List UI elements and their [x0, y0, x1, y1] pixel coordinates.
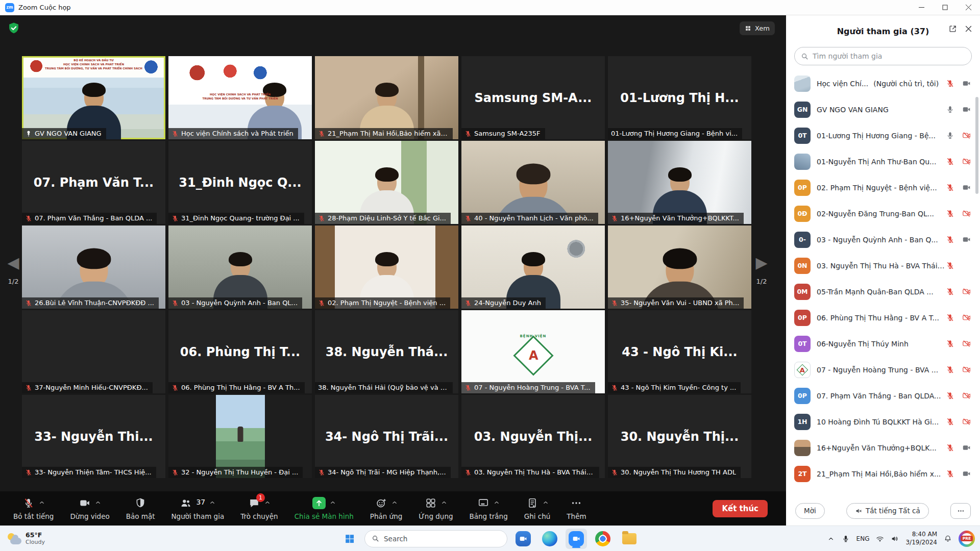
participant-row[interactable]: 0-03 - Nguyễn Quỳnh Anh - Ban Q... [786, 227, 980, 253]
participant-tile[interactable]: 02. Phạm Thị Nguyệt - Bệnh viện ... [315, 226, 458, 309]
participant-row[interactable]: 0P07. Phạm Văn Thắng - Ban QLDA... [786, 383, 980, 409]
chevron-up-icon [95, 499, 101, 506]
participant-name: 01-Nguyễn Thị Anh Thư-Ban Qu... [817, 158, 936, 166]
participant-tile[interactable]: BỘ KẾ HOẠCH VÀ ĐẦU TƯHỌC VIỆN CHÍNH SÁCH… [22, 56, 165, 139]
participant-row[interactable]: 0T06-Nguyễn Thị Thúy Minh [786, 331, 980, 357]
participant-row[interactable]: GNGV NGO VAN GIANG [786, 96, 980, 122]
volume-icon[interactable] [891, 535, 899, 543]
taskbar-item-explorer[interactable] [619, 529, 640, 549]
taskbar-clock[interactable]: 8:40 AM 3/19/2024 [905, 531, 937, 546]
toolbar-participants-button[interactable]: 37Người tham gia [163, 491, 233, 525]
participant-tile[interactable]: 06. Phùng Thị T...06. Phùng Thị Thu Hằng… [168, 310, 312, 393]
meeting-security-shield-icon[interactable] [7, 21, 20, 35]
toolbar-apps-button[interactable]: Ứng dụng [410, 491, 461, 525]
participant-tile[interactable]: 24-Nguyễn Duy Anh [461, 226, 605, 309]
participant-row[interactable]: 0N03. Nguyễn Thị Thu Hà - BVA Thái N... [786, 253, 980, 279]
participant-row[interactable]: 0P02. Phạm Thị Nguyệt - Bệnh việ... [786, 174, 980, 201]
next-page-arrow[interactable]: ▶ [751, 255, 772, 270]
participant-tile[interactable]: BỆNH VIỆN A07 - Nguyễn Hoàng Trung - BVA… [461, 310, 605, 393]
tile-name-label: 40 - Nguyễn Thanh Lịch - Văn phò... [461, 213, 598, 224]
input-language-indicator[interactable]: ENG [856, 535, 870, 542]
toolbar-notes-button[interactable]: Ghi chú [516, 491, 559, 525]
mute-all-button[interactable]: Tắt tiếng Tất cả [846, 503, 929, 519]
close-button[interactable] [957, 0, 980, 15]
minimize-button[interactable] [910, 0, 933, 15]
pop-out-icon[interactable] [948, 24, 957, 33]
toolbar-more-button[interactable]: Thêm [558, 491, 594, 525]
participant-tile[interactable]: 16+Nguyễn Văn Thưởng+BQLKKT... [608, 141, 751, 224]
participant-tile[interactable]: HỌC VIỆN CHÍNH SÁCH VÀ PHÁT TRIỂNTRUNG T… [168, 56, 312, 139]
maximize-button[interactable] [933, 0, 957, 15]
participant-tile[interactable]: 40 - Nguyễn Thanh Lịch - Văn phò... [461, 141, 605, 224]
toolbar-security-button[interactable]: Bảo mật [118, 491, 163, 525]
end-meeting-button[interactable]: Kết thúc [713, 500, 768, 517]
participant-row[interactable]: 0Đ02-Nguyễn Đăng Trung-Ban QL... [786, 201, 980, 227]
wifi-icon[interactable] [876, 535, 884, 543]
taskbar-weather-widget[interactable]: 65°F Cloudy [0, 526, 52, 551]
taskbar-search-input[interactable] [384, 535, 500, 543]
taskbar-item-zoom[interactable] [566, 529, 587, 549]
participant-name-large: 06. Phùng Thị T... [168, 310, 312, 393]
participant-tile[interactable]: 34- Ngô Thị Trãi...34- Ngô Thị Trãi - MG… [315, 395, 458, 478]
participant-name-large: 07. Phạm Văn T... [22, 141, 165, 224]
toolbar-whiteboard-button[interactable]: Bảng trắng [461, 491, 516, 525]
participant-tile[interactable]: 30. Nguyễn Thị...30. Nguyễn Thị Thu Hươn… [608, 395, 751, 478]
participant-tile[interactable]: 26.Bùi Lê Vĩnh Thuận-CNVPĐKĐĐ ... [22, 226, 165, 309]
tray-microphone-icon[interactable] [842, 535, 850, 543]
participant-tile[interactable]: 38. Nguyễn Thá...38. Nguyễn Thái Hải (Qu… [315, 310, 458, 393]
toolbar-video-button[interactable]: Dừng video [62, 491, 117, 525]
toolbar-chat-button[interactable]: 1Trò chuyện [232, 491, 286, 525]
participant-row[interactable]: 16+Nguyễn Văn Thưởng+BQLK... [786, 435, 980, 461]
participant-row[interactable]: 0T01-Lương Thị Hương Giang - Bệ... [786, 122, 980, 148]
participant-tile[interactable]: 32 - Nguyễn Thị Thu Huyền - Đại ... [168, 395, 312, 478]
camera-off-icon [962, 313, 971, 322]
mic-off-icon [464, 299, 472, 307]
participant-tile[interactable]: 21_Phạm Thị Mai Hồi,Bảo hiểm xã ... [315, 56, 458, 139]
participant-row[interactable]: 01-Nguyễn Thị Anh Thư-Ban Qu... [786, 148, 980, 174]
participant-row[interactable]: 0P06. Phùng Thị Thu Hằng - BV A T... [786, 305, 980, 331]
participant-tile[interactable]: 03. Nguyễn Thị...03. Nguyễn Thị Thu Hà -… [461, 395, 605, 478]
mic-off-icon [946, 235, 954, 244]
participants-scrollbar[interactable] [975, 97, 978, 194]
taskbar-item-chrome[interactable] [592, 529, 614, 549]
participant-row[interactable]: 2T21_Phạm Thị Mai Hồi,Bảo hiểm x... [786, 461, 980, 487]
participant-tile[interactable]: 03 - Nguyễn Quỳnh Anh - Ban QL... [168, 226, 312, 309]
mic-off-icon [23, 497, 34, 509]
camera-off-icon [962, 339, 971, 348]
taskbar-item-edge[interactable] [539, 529, 560, 549]
toolbar-reactions-button[interactable]: Phản ứng [362, 491, 411, 525]
participant-tile[interactable]: 43 - Ngô Thị Ki...43 - Ngô Thị Kim Tuyền… [608, 310, 751, 393]
participant-row[interactable]: 1H10 Hoàng Đình Tú BQLKKT Hà Gi... [786, 409, 980, 435]
participant-tile[interactable]: 37-Nguyễn Minh Hiếu-CNVPĐKĐ... [22, 310, 165, 393]
toolbar-label: Bảo mật [126, 512, 155, 520]
previous-page-arrow[interactable]: ◀ [3, 255, 23, 270]
participant-tile[interactable]: 31_Đinh Ngọc Q...31_Đinh Ngọc Quang- trư… [168, 141, 312, 224]
tile-name-label: 01-Lương Thị Hương Giang - Bệnh vi... [608, 128, 742, 139]
notifications-bell-icon[interactable] [944, 535, 952, 543]
tray-chevron-up-icon[interactable] [827, 535, 834, 542]
close-panel-icon[interactable] [964, 24, 973, 33]
edge-browser-icon [542, 531, 557, 546]
participant-tile[interactable]: 35- Nguyễn Văn Vui - UBND xã Ph... [608, 226, 751, 309]
mic-off-icon [611, 384, 618, 391]
participant-search-input[interactable] [813, 52, 965, 60]
participant-row[interactable]: Học viện Chí...(Người chủ trì, tôi) [786, 70, 980, 96]
start-button[interactable] [340, 529, 359, 548]
taskbar-item-chat[interactable] [512, 529, 534, 549]
participant-row[interactable]: A07 - Nguyễn Hoàng Trung - BVA ... [786, 357, 980, 383]
participant-tile[interactable]: 28-Phạm Diệu Linh-Sở Y tế Bắc Gi... [315, 141, 458, 224]
participant-tile[interactable]: 01-Lương Thị H...01-Lương Thị Hương Gian… [608, 56, 751, 139]
invite-button[interactable]: Mời [795, 503, 825, 519]
view-button[interactable]: Xem [740, 21, 775, 35]
tile-participant-name: 21_Phạm Thị Mai Hồi,Bảo hiểm xã ... [328, 130, 448, 137]
participant-tile[interactable]: 33- Nguyễn Thi...33- Nguyễn Thiện Tâm- T… [22, 395, 165, 478]
toolbar-mute-button[interactable]: Bỏ tắt tiếng [5, 491, 62, 525]
participant-tile[interactable]: 07. Phạm Văn T...07. Phạm Văn Thắng - Ba… [22, 141, 165, 224]
participant-row[interactable]: 0M05-Trần Mạnh Quân-Ban QLDA ... [786, 279, 980, 305]
screen-capture-indicator[interactable]: PRE [959, 531, 975, 547]
participant-av-status [946, 79, 971, 88]
tile-participant-name: 33- Nguyễn Thiện Tâm- THCS Hiệ... [35, 468, 152, 476]
participant-tile[interactable]: Samsung SM-A...Samsung SM-A235F [461, 56, 605, 139]
more-options-button[interactable] [950, 503, 971, 519]
toolbar-share-button[interactable]: Chia sẻ Màn hình [286, 491, 362, 525]
